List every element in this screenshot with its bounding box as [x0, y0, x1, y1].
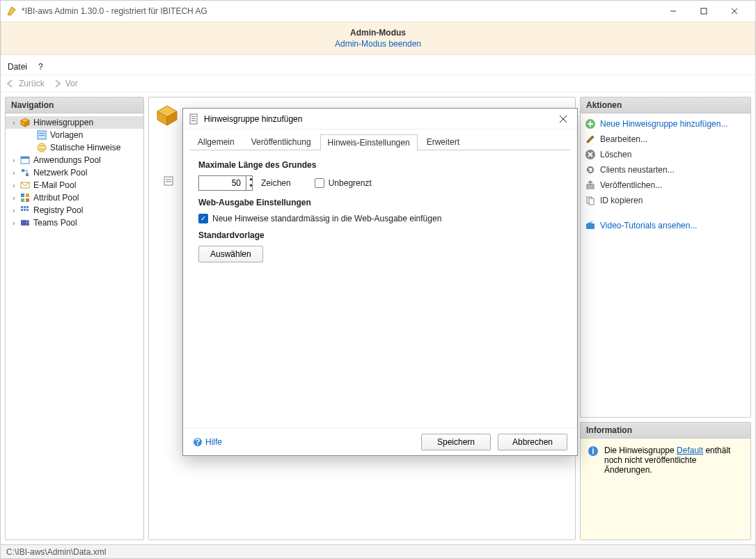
add-hint-group-dialog: Hinweisgruppe hinzufügen AllgemeinVeröff…: [182, 108, 578, 456]
nav-item[interactable]: ›Registry Pool: [6, 204, 143, 216]
section-web-output: Web-Ausgabe Einstellungen: [198, 198, 562, 207]
help-link[interactable]: ? Hilfe: [193, 437, 222, 447]
content-panel: Hinweisgruppe hinzufügen AllgemeinVeröff…: [148, 97, 576, 540]
action-item[interactable]: Clients neustarten...: [585, 162, 746, 178]
banner-link[interactable]: Admin-Modus beenden: [1, 39, 755, 49]
expand-icon[interactable]: ›: [10, 219, 18, 227]
dialog-tab[interactable]: Erweitert: [419, 134, 467, 150]
back-icon[interactable]: [5, 78, 16, 89]
delete-icon: [585, 149, 596, 160]
app-icon: [6, 6, 17, 17]
svg-rect-28: [26, 223, 29, 226]
checkbox-icon: [315, 178, 324, 188]
svg-rect-21: [24, 206, 26, 208]
action-item[interactable]: ID kopieren: [585, 193, 746, 208]
action-label: ID kopieren: [600, 196, 643, 205]
action-item[interactable]: Bearbeiten...: [585, 132, 746, 147]
dialog-title: Hinweisgruppe hinzufügen: [204, 114, 302, 124]
statusbar: C:\IBI-aws\Admin\Data.xml: [1, 544, 755, 558]
copy-icon: [585, 195, 596, 206]
actions-list: Neue Hinweisgruppe hinzufügen...Bearbeit…: [581, 113, 750, 236]
action-label: Neue Hinweisgruppe hinzufügen...: [600, 119, 727, 129]
dialog-footer: ? Hilfe Speichern Abbrechen: [183, 427, 577, 455]
action-label: Bearbeiten...: [600, 134, 647, 144]
nav-item-icon: [36, 142, 47, 153]
svg-rect-48: [586, 223, 594, 229]
action-item[interactable]: Löschen: [585, 147, 746, 162]
back-label[interactable]: Zurück: [19, 79, 45, 88]
action-item[interactable]: Veröffentlichen...: [585, 178, 746, 193]
window-title: *IBI-aws Admin 1.30.0 - registriert für …: [22, 6, 207, 16]
maximize-button[interactable]: [688, 1, 719, 21]
svg-rect-24: [24, 209, 26, 211]
nav-item[interactable]: Vorlagen: [6, 129, 143, 141]
svg-rect-16: [21, 194, 24, 197]
expand-icon[interactable]: ›: [10, 194, 18, 202]
close-window-button[interactable]: [719, 1, 750, 21]
forward-label[interactable]: Vor: [65, 79, 78, 88]
cancel-button[interactable]: Abbrechen: [498, 434, 567, 450]
plus-icon: [585, 118, 596, 129]
nav-item[interactable]: ›Hinweisgruppen: [6, 116, 143, 129]
svg-rect-17: [26, 194, 29, 197]
nav-item[interactable]: ›Attribut Pool: [6, 191, 143, 204]
svg-rect-1: [701, 8, 707, 14]
dialog-tab[interactable]: Hinweis-Einstellungen: [320, 134, 418, 150]
max-length-spinner[interactable]: ▲▼: [246, 176, 255, 190]
dialog-titlebar: Hinweisgruppe hinzufügen: [183, 109, 577, 129]
unlimited-checkbox[interactable]: Unbegrenzt: [315, 178, 372, 188]
information-panel-title: Information: [581, 423, 750, 439]
nav-item[interactable]: ›Netzwerk Pool: [6, 166, 143, 179]
action-label: Veröffentlichen...: [600, 180, 662, 190]
svg-rect-25: [26, 209, 29, 211]
nav-item[interactable]: Statische Hinweise: [6, 141, 143, 154]
nav-item[interactable]: ›Teams Pool: [6, 216, 143, 229]
expand-icon[interactable]: ›: [10, 157, 18, 164]
action-label: Clients neustarten...: [600, 165, 675, 175]
info-icon: i: [588, 446, 599, 459]
svg-rect-14: [26, 173, 29, 176]
max-length-input[interactable]: [198, 175, 253, 191]
dialog-close-button[interactable]: [555, 111, 572, 127]
menu-help[interactable]: ?: [38, 62, 43, 72]
minimize-button[interactable]: [658, 1, 688, 21]
admin-mode-banner: Admin-Modus Admin-Modus beenden: [1, 22, 755, 55]
action-item[interactable]: Video-Tutorials ansehen...: [585, 218, 746, 233]
nav-item[interactable]: ›E-Mail Pool: [6, 179, 143, 191]
nav-item-label: Teams Pool: [33, 218, 77, 228]
svg-text:?: ?: [195, 437, 200, 447]
zeichen-label: Zeichen: [261, 178, 291, 188]
web-output-checkbox[interactable]: ✓ Neue Hinweise standardmässig in die We…: [198, 214, 441, 223]
form-icon: [163, 175, 174, 187]
forward-icon[interactable]: [52, 78, 63, 89]
actions-panel: Aktionen Neue Hinweisgruppe hinzufügen..…: [580, 97, 751, 418]
nav-item-label: Hinweisgruppen: [33, 118, 93, 127]
expand-icon[interactable]: ›: [10, 182, 18, 189]
nav-item-icon: [19, 117, 31, 128]
nav-item-label: E-Mail Pool: [33, 180, 76, 190]
svg-rect-18: [21, 198, 24, 202]
help-icon: ?: [193, 437, 203, 447]
nav-item-icon: [19, 192, 31, 203]
dialog-tab[interactable]: Veröffentlichung: [244, 134, 319, 150]
menu-file[interactable]: Datei: [8, 62, 27, 72]
information-panel: Information i Die Hinweisgruppe Default …: [580, 422, 751, 540]
navigation-panel: Navigation ›HinweisgruppenVorlagenStatis…: [5, 97, 144, 540]
action-item[interactable]: Neue Hinweisgruppe hinzufügen...: [585, 116, 746, 132]
expand-icon[interactable]: ›: [10, 207, 18, 214]
expand-icon[interactable]: ›: [10, 119, 18, 127]
package-icon: [155, 103, 180, 128]
dialog-tab[interactable]: Allgemein: [190, 134, 242, 150]
svg-rect-26: [21, 220, 26, 226]
select-template-button[interactable]: Auswählen: [198, 246, 263, 262]
svg-rect-19: [26, 198, 29, 202]
window-titlebar: *IBI-aws Admin 1.30.0 - registriert für …: [1, 1, 755, 22]
publish-icon: [585, 180, 596, 191]
web-output-label: Neue Hinweise standardmässig in die Web-…: [212, 214, 441, 223]
svg-rect-47: [589, 198, 594, 205]
info-link[interactable]: Default: [677, 446, 703, 455]
action-label: Löschen: [600, 150, 631, 159]
expand-icon[interactable]: ›: [10, 169, 18, 177]
nav-item[interactable]: ›Anwendungs Pool: [6, 154, 143, 166]
save-button[interactable]: Speichern: [421, 434, 491, 450]
